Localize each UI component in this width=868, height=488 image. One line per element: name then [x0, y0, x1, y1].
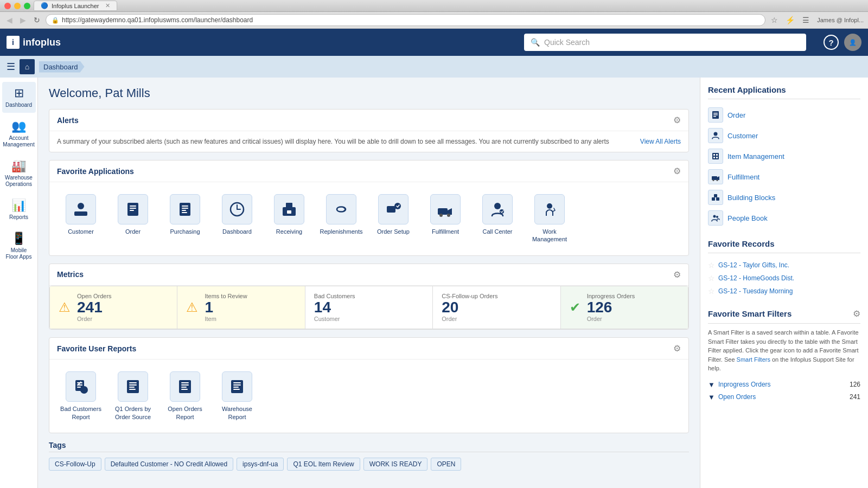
app-item-customer[interactable]: Customer — [57, 189, 105, 249]
metric-items-to-review[interactable]: ⚠ Items to Review 1 Item — [177, 286, 305, 329]
tab-close-icon[interactable]: ✕ — [105, 2, 110, 9]
metric-value-open-orders: 241 — [77, 299, 112, 316]
app-item-call-center[interactable]: Call Center — [474, 189, 521, 249]
tag-open[interactable]: OPEN — [431, 458, 461, 471]
star-icon-tuesday: ☆ — [708, 287, 715, 296]
tag-ipsys[interactable]: ipsys-dnf-ua — [237, 458, 284, 471]
svg-rect-43 — [233, 389, 240, 390]
app-label-purchasing: Purchasing — [170, 228, 200, 235]
reports-grid: Bad Customers Report Q1 Orders by Order … — [57, 366, 681, 426]
help-button[interactable]: ? — [824, 35, 839, 50]
report-q1-orders[interactable]: Q1 Orders by Order Source — [109, 366, 157, 426]
filter-left-open-orders: ▼ Open Orders — [708, 393, 756, 401]
tag-work-is-ready[interactable]: WORK IS READY — [363, 458, 428, 471]
favorite-reports-gear-icon[interactable]: ⚙ — [673, 343, 681, 354]
svg-rect-42 — [233, 387, 239, 388]
app-item-purchasing[interactable]: Purchasing — [161, 189, 209, 249]
browser-tab[interactable]: 🔵 Infoplus Launcher ✕ — [34, 1, 117, 11]
metric-sublabel-inprogress: Order — [587, 316, 635, 322]
address-bar[interactable]: 🔒 https://gatewaydemno.qa01.infopluswms.… — [46, 14, 765, 26]
address-text: https://gatewaydemno.qa01.infopluswms.co… — [62, 16, 253, 24]
filter-link-open-orders: Open Orders — [718, 393, 756, 401]
user-avatar[interactable]: 👤 — [844, 34, 861, 51]
metric-cs-followup[interactable]: CS-Follow-up Orders 20 Order — [433, 286, 560, 329]
bookmark-button[interactable]: ☆ — [769, 15, 780, 25]
reports-icon: 📊 — [11, 198, 26, 213]
app-item-dashboard-fav[interactable]: Dashboard — [213, 189, 261, 249]
recent-app-fulfillment[interactable]: Fulfillment — [708, 166, 860, 187]
mac-close-button[interactable] — [4, 3, 11, 9]
recent-app-people-book[interactable]: People Book — [708, 208, 860, 228]
recent-app-customer[interactable]: Customer — [708, 125, 860, 146]
metric-open-orders[interactable]: ⚠ Open Orders 241 Order — [50, 286, 177, 329]
app-item-order[interactable]: Order — [109, 189, 157, 249]
breadcrumb-dashboard[interactable]: Dashboard — [39, 61, 85, 73]
recent-app-order[interactable]: Order — [708, 105, 860, 125]
hamburger-button[interactable]: ☰ — [7, 61, 15, 73]
recent-app-icon-order — [708, 107, 723, 123]
smart-filters-link[interactable]: Smart Filters — [737, 356, 770, 363]
app-icon-fulfillment — [430, 194, 461, 224]
fav-record-homegoods[interactable]: ☆ GS-12 - HomeGoods Dist. — [708, 272, 860, 285]
svg-point-61 — [716, 216, 718, 218]
tag-q1-eol[interactable]: Q1 EOL Item Review — [287, 458, 360, 471]
tag-cs-followup[interactable]: CS-Follow-Up — [49, 458, 101, 471]
recent-app-building-blocks[interactable]: Building Blocks — [708, 187, 860, 208]
app-item-work-management[interactable]: Work Management — [526, 189, 573, 249]
app-icon-dashboard — [222, 194, 252, 224]
breadcrumb-label: Dashboard — [43, 63, 78, 71]
extensions-button[interactable]: ⚡ — [783, 15, 797, 25]
metric-bad-customers[interactable]: Bad Customers 14 Customer — [305, 286, 433, 329]
sidebar-item-warehouse-operations[interactable]: 🏭 Warehouse Operations — [2, 155, 36, 192]
app-item-fulfillment[interactable]: Fulfillment — [422, 189, 469, 249]
filter-left-inprogress: ▼ Inprogress Orders — [708, 381, 771, 389]
metric-value-bad-customers: 14 — [314, 299, 355, 316]
recent-app-item-management[interactable]: Item Management — [708, 146, 860, 166]
sidebar-item-mobile-floor-apps[interactable]: 📱 Mobile Floor Apps — [2, 227, 36, 265]
smart-filters-header: Favorite Smart Filters ⚙ — [708, 309, 860, 324]
logo-text: infoplus — [23, 37, 61, 48]
smart-filter-open-orders[interactable]: ▼ Open Orders 241 — [708, 391, 860, 403]
smart-filter-inprogress[interactable]: ▼ Inprogress Orders 126 — [708, 378, 860, 391]
metric-label-open-orders: Open Orders — [77, 293, 112, 299]
forward-button[interactable]: ▶ — [18, 15, 28, 25]
metric-inprogress-orders[interactable]: ✔ Inprogress Orders 126 Order — [561, 286, 688, 329]
metrics-gear-icon[interactable]: ⚙ — [673, 269, 681, 280]
tags-grid: CS-Follow-Up Defaulted Customer - NO Cre… — [49, 452, 689, 476]
view-all-alerts-link[interactable]: View All Alerts — [640, 138, 681, 145]
reload-button[interactable]: ↻ — [31, 15, 42, 25]
menu-button[interactable]: ☰ — [800, 15, 812, 25]
favorite-apps-gear-icon[interactable]: ⚙ — [673, 166, 681, 176]
tag-defaulted-customer[interactable]: Defaulted Customer - NO Credit Allowed — [105, 458, 233, 471]
sidebar-item-account-management[interactable]: 👥 Account Management — [2, 115, 36, 152]
svg-rect-57 — [712, 197, 715, 201]
app-icon-receiving — [274, 194, 304, 224]
home-button[interactable]: ⌂ — [20, 59, 35, 74]
app-item-order-setup[interactable]: Order Setup — [369, 189, 417, 249]
svg-point-16 — [394, 203, 401, 209]
mac-min-button[interactable] — [14, 3, 21, 9]
svg-point-21 — [500, 209, 504, 214]
mac-max-button[interactable] — [24, 3, 30, 9]
app-label-dashboard-fav: Dashboard — [222, 228, 252, 235]
smart-filters-gear-icon[interactable]: ⚙ — [853, 309, 860, 319]
fav-record-tuesday[interactable]: ☆ GS-12 - Tuesday Morning — [708, 285, 860, 298]
fav-record-taylor[interactable]: ☆ GS-12 - Taylor Gifts, Inc. — [708, 259, 860, 272]
app-item-receiving[interactable]: Receiving — [265, 189, 313, 249]
report-bad-customers[interactable]: Bad Customers Report — [57, 366, 105, 426]
sidebar-item-reports[interactable]: 📊 Reports — [2, 194, 36, 225]
metric-sublabel-bad-customers: Customer — [314, 316, 355, 322]
alerts-gear-icon[interactable]: ⚙ — [673, 115, 681, 125]
report-label-open-orders: Open Orders Report — [164, 405, 206, 421]
svg-rect-6 — [180, 203, 190, 216]
sidebar-item-dashboard[interactable]: ⊞ Dashboard — [2, 82, 36, 113]
favorite-apps-section: Favorite Applications ⚙ Customer — [49, 160, 689, 256]
logo-area[interactable]: i infoplus — [7, 36, 61, 49]
report-open-orders[interactable]: Open Orders Report — [161, 366, 209, 426]
back-button[interactable]: ◀ — [4, 15, 15, 25]
report-warehouse[interactable]: Warehouse Report — [213, 366, 261, 426]
svg-rect-59 — [714, 194, 717, 197]
search-bar[interactable]: 🔍 Quick Search — [524, 34, 806, 51]
metric-value-inprogress: 126 — [587, 299, 635, 316]
app-item-replenishments[interactable]: Replenishments — [317, 189, 365, 249]
